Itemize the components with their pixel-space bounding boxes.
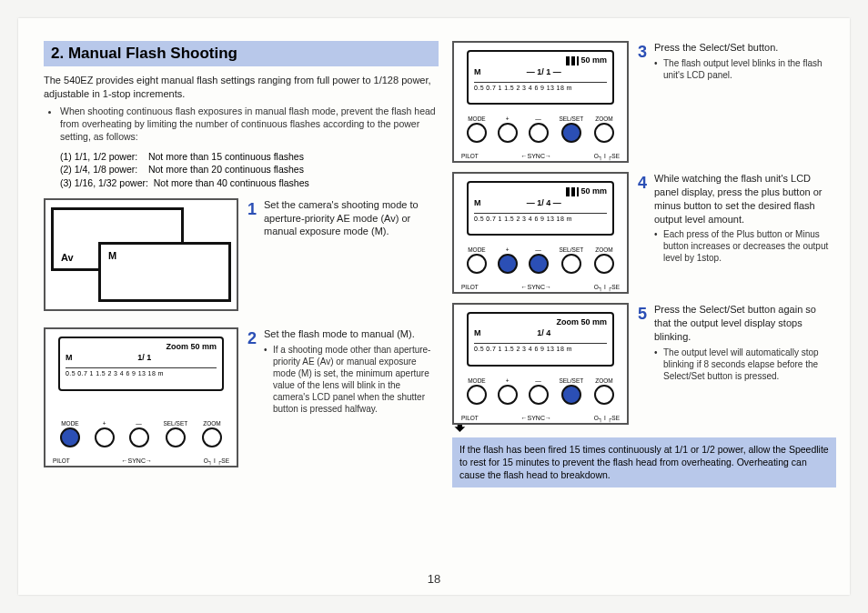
- warning-box: If the flash has been fired 15 times con…: [452, 437, 836, 487]
- step-2-number: 2: [247, 327, 260, 349]
- right-column: 50 mm M— 1/ 1 — 0.5 0.7 1 1.5 2 3 4 6 9 …: [452, 41, 836, 487]
- page-number: 18: [18, 572, 850, 586]
- step-3-bullet: The flash output level blinks in the fla…: [654, 57, 830, 81]
- section-heading: 2. Manual Flash Shooting: [44, 41, 439, 66]
- step-5-text: Press the Select/Set button again so tha…: [654, 304, 816, 342]
- step-2-bullet: If a shooting mode other than aperture-p…: [264, 344, 435, 415]
- step-3-number: 3: [638, 41, 651, 63]
- warning-text: If the flash has been fired 15 times con…: [459, 443, 829, 482]
- step-3-text: Press the Select/Set button.: [654, 42, 778, 53]
- zoom-burst-icon: [566, 187, 579, 196]
- step-4-bullet: Each press of the Plus button or Minus b…: [654, 228, 830, 264]
- figure-camera-modes: Av M: [44, 198, 238, 311]
- step-2-text: Set the flash mode to manual (M).: [264, 328, 415, 339]
- manual-page: 2. Manual Flash Shooting The 540EZ provi…: [18, 18, 850, 595]
- zoom-burst-icon: [566, 56, 579, 65]
- limit-row-1: (1) 1/1, 1/2 power: Not more than 15 con…: [60, 150, 439, 163]
- limit-row-2: (2) 1/4, 1/8 power: Not more than 20 con…: [60, 163, 439, 176]
- step-4-text: While watching the flash unit's LCD pane…: [654, 173, 822, 225]
- figure-lcd-step3: 50 mm M— 1/ 1 — 0.5 0.7 1 1.5 2 3 4 6 9 …: [452, 41, 629, 163]
- step-1-number: 1: [247, 198, 260, 220]
- step-1-text: Set the camera's shooting mode to apertu…: [264, 198, 435, 239]
- step-4-number: 4: [638, 172, 651, 194]
- overheat-note: When shooting continuous flash exposures…: [60, 105, 439, 144]
- intro-paragraph: The 540EZ provides eight manual flash se…: [44, 74, 439, 101]
- figure-lcd-step5: Zoom 50 mm M1/ 4 0.5 0.7 1 1.5 2 3 4 6 9…: [452, 303, 629, 425]
- step-5-number: 5: [638, 303, 651, 325]
- mode-av-label: Av: [61, 252, 74, 263]
- left-column: 2. Manual Flash Shooting The 540EZ provi…: [44, 41, 439, 487]
- mode-m-label: M: [108, 250, 116, 261]
- step-5-bullet: The output level will automatically stop…: [654, 347, 830, 382]
- figure-lcd-step2: Zoom 50 mm M 1/ 1 0.5 0.7 1 1.5 2 3 4 6 …: [44, 327, 238, 467]
- limit-row-3: (3) 1/16, 1/32 power: Not more than 40 c…: [60, 176, 439, 189]
- figure-lcd-step4: 50 mm M— 1/ 4 — 0.5 0.7 1 1.5 2 3 4 6 9 …: [452, 172, 629, 294]
